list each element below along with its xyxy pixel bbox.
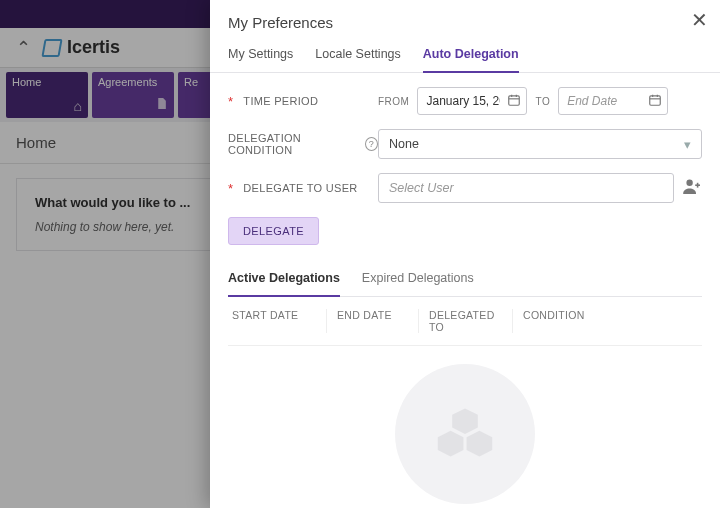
subtab-expired-delegations[interactable]: Expired Delegations: [362, 263, 474, 296]
preferences-panel: ✕ My Preferences My Settings Locale Sett…: [210, 0, 720, 508]
tab-my-settings[interactable]: My Settings: [228, 39, 293, 72]
user-placeholder: Select User: [389, 181, 454, 195]
tab-locale-settings[interactable]: Locale Settings: [315, 39, 400, 72]
add-user-icon[interactable]: [682, 178, 702, 199]
panel-body: * TIME PERIOD FROM TO: [210, 73, 720, 508]
panel-title: My Preferences: [210, 0, 720, 39]
svg-point-10: [686, 179, 692, 185]
col-condition: CONDITION: [512, 309, 698, 333]
empty-state: It looks like there are no records for y…: [228, 346, 702, 508]
delegation-table-header: START DATE END DATE DELEGATED TO CONDITI…: [228, 297, 702, 346]
delegate-button[interactable]: DELEGATE: [228, 217, 319, 245]
calendar-icon[interactable]: [507, 93, 521, 109]
delegate-user-input[interactable]: Select User: [378, 173, 674, 203]
select-value: None: [389, 137, 419, 151]
tab-auto-delegation[interactable]: Auto Delegation: [423, 39, 519, 73]
label-from: FROM: [378, 96, 409, 107]
label-time-period: TIME PERIOD: [243, 95, 318, 107]
row-delegation-condition: DELEGATION CONDITION ? None ▾: [228, 129, 702, 159]
close-icon[interactable]: ✕: [691, 8, 708, 32]
col-end-date: END DATE: [326, 309, 418, 333]
svg-rect-6: [650, 96, 661, 105]
col-start-date: START DATE: [232, 309, 326, 333]
row-time-period: * TIME PERIOD FROM TO: [228, 87, 702, 115]
col-delegated-to: DELEGATED TO: [418, 309, 512, 333]
empty-illustration: [395, 364, 535, 504]
label-delegate-to-user: DELEGATE TO USER: [243, 182, 357, 194]
subtab-active-delegations[interactable]: Active Delegations: [228, 263, 340, 297]
label-to: TO: [535, 96, 550, 107]
chevron-down-icon: ▾: [684, 137, 691, 152]
svg-rect-2: [509, 96, 520, 105]
required-asterisk: *: [228, 94, 233, 109]
panel-tabs: My Settings Locale Settings Auto Delegat…: [210, 39, 720, 73]
delegation-condition-select[interactable]: None ▾: [378, 129, 702, 159]
help-icon[interactable]: ?: [365, 137, 378, 151]
required-asterisk: *: [228, 181, 233, 196]
delegation-subtabs: Active Delegations Expired Delegations: [228, 263, 702, 297]
calendar-icon[interactable]: [648, 93, 662, 109]
label-delegation-condition: DELEGATION CONDITION: [228, 132, 359, 156]
row-delegate-to-user: * DELEGATE TO USER Select User: [228, 173, 702, 203]
